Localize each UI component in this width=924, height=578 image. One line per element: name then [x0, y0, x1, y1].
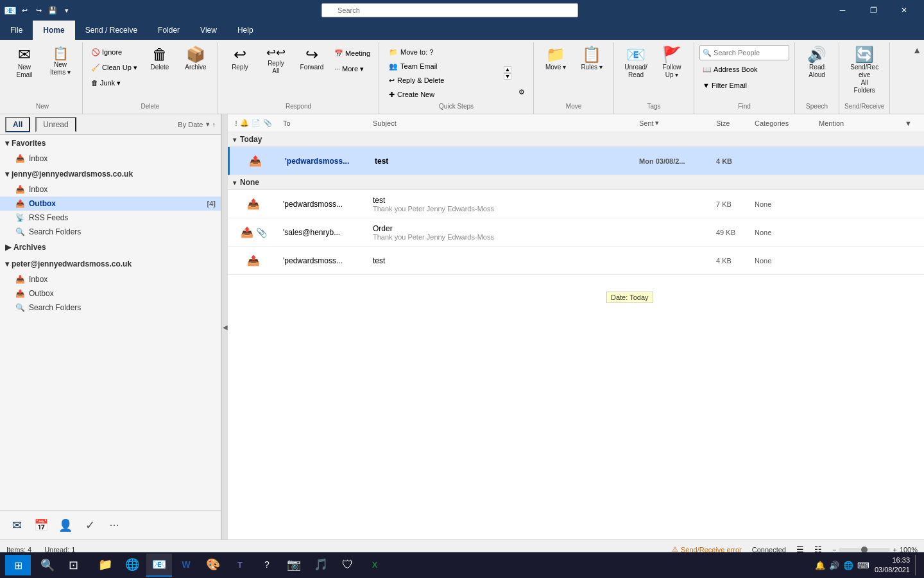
- folder-item-jenny-search[interactable]: 🔍 Search Folders: [0, 225, 221, 239]
- sort-control[interactable]: By Date ▾ ↑: [178, 120, 216, 128]
- email-row-1[interactable]: 📤 'pedwardsmoss... test Mon 03/08/2... 4…: [228, 147, 924, 175]
- archive-button[interactable]: 📦 Archive: [179, 44, 212, 89]
- qs-scroll-up[interactable]: ▲: [504, 66, 511, 73]
- header-size[interactable]: Size: [712, 119, 751, 127]
- quick-steps-settings-button[interactable]: ⚙: [515, 85, 528, 99]
- taskbar-network-icon[interactable]: 🌐: [843, 561, 853, 570]
- taskbar-app-unknown1[interactable]: ?: [254, 554, 280, 577]
- title-bar-search[interactable]: [321, 3, 578, 17]
- search-input[interactable]: [321, 3, 578, 17]
- taskbar-app-music[interactable]: 🎵: [308, 554, 334, 577]
- taskbar-notify-icon[interactable]: 🔔: [815, 561, 825, 570]
- group-none[interactable]: ▾ None: [228, 175, 924, 190]
- restore-button[interactable]: ❐: [859, 0, 888, 21]
- header-importance-icon[interactable]: !: [235, 119, 237, 127]
- header-flag[interactable]: ▼: [905, 119, 924, 127]
- ribbon-collapse-button[interactable]: ▲: [912, 45, 921, 55]
- new-email-button[interactable]: ✉ NewEmail: [8, 44, 41, 89]
- taskbar-app-teams[interactable]: T: [227, 554, 253, 577]
- header-to[interactable]: To: [279, 119, 369, 127]
- tab-view[interactable]: View: [190, 21, 227, 40]
- more-respond-button[interactable]: ··· More ▾: [331, 62, 373, 76]
- taskbar-keyboard-icon[interactable]: ⌨: [857, 561, 869, 570]
- taskbar-volume-icon[interactable]: 🔊: [829, 561, 839, 570]
- send-receive-all-button[interactable]: 🔄 Send/ReceiveAll Folders: [848, 44, 881, 98]
- search-people-input[interactable]: [714, 49, 786, 57]
- folder-item-jenny-rss[interactable]: 📡 RSS Feeds: [0, 211, 221, 225]
- taskbar-app-security[interactable]: 🛡: [335, 554, 361, 577]
- tab-send-receive[interactable]: Send / Receive: [75, 21, 148, 40]
- redo-icon[interactable]: ↪: [33, 5, 44, 15]
- folder-item-fav-inbox[interactable]: 📥 Inbox: [0, 152, 221, 166]
- start-button[interactable]: ⊞: [5, 555, 31, 575]
- folder-item-peter-inbox[interactable]: 📥 Inbox: [0, 272, 221, 286]
- taskbar-app-excel[interactable]: X: [362, 554, 388, 577]
- undo-icon[interactable]: ↩: [19, 5, 30, 15]
- unread-read-button[interactable]: 📧 Unread/Read: [619, 44, 653, 89]
- taskbar-app-word[interactable]: W: [173, 554, 199, 577]
- nav-mail-button[interactable]: ✉: [6, 515, 27, 536]
- nav-calendar-button[interactable]: 📅: [31, 515, 51, 536]
- reply-delete-button[interactable]: ↩ Reply & Delete: [384, 73, 500, 87]
- taskbar-app-photos[interactable]: 📷: [281, 554, 307, 577]
- reply-button[interactable]: ↩ Reply: [223, 44, 257, 89]
- read-aloud-button[interactable]: 🔊 ReadAloud: [800, 44, 834, 89]
- archives-section[interactable]: ▶ Archives: [0, 239, 221, 256]
- tab-file[interactable]: File: [0, 21, 33, 40]
- taskbar-app-fileexplorer[interactable]: 📁: [92, 554, 118, 577]
- tab-home[interactable]: Home: [33, 21, 74, 40]
- email-row-4[interactable]: 📤 'pedwardsmoss... test 4 KB None: [228, 247, 924, 275]
- folder-item-peter-outbox[interactable]: 📤 Outbox: [0, 286, 221, 301]
- email-row-2[interactable]: 📤 'pedwardsmoss... test Thank you Peter …: [228, 190, 924, 218]
- junk-button[interactable]: 🗑 Junk ▾: [88, 76, 141, 90]
- taskbar-task-view-icon[interactable]: ⊡: [62, 554, 85, 577]
- customize-icon[interactable]: ▾: [62, 5, 72, 15]
- tab-folder[interactable]: Folder: [148, 21, 190, 40]
- move-folder-button[interactable]: 📁 Move ▾: [539, 44, 572, 89]
- close-button[interactable]: ✕: [889, 0, 919, 21]
- meeting-button[interactable]: 📅 Meeting: [331, 46, 373, 60]
- jenny-account-header[interactable]: ▾ jenny@jennyedwardsmoss.co.uk: [0, 166, 221, 182]
- ignore-button[interactable]: 🚫 Ignore: [88, 45, 141, 59]
- header-subject[interactable]: Subject: [369, 119, 635, 127]
- pane-toggle[interactable]: ◀: [221, 114, 228, 539]
- taskbar-clock[interactable]: 16:33 03/08/2021: [875, 556, 910, 575]
- move-to-button[interactable]: 📁 Move to: ?: [384, 45, 500, 59]
- favorites-section[interactable]: ▾ Favorites: [0, 135, 221, 152]
- tab-all[interactable]: All: [5, 117, 30, 132]
- header-read-icon[interactable]: 📄: [252, 119, 261, 127]
- team-email-button[interactable]: 👥 Team Email: [384, 59, 500, 73]
- folder-item-peter-search[interactable]: 🔍 Search Folders: [0, 301, 221, 315]
- folder-item-jenny-inbox[interactable]: 📥 Inbox: [0, 182, 221, 197]
- header-mention[interactable]: Mention: [815, 119, 905, 127]
- create-new-button[interactable]: ✚ Create New: [384, 87, 500, 101]
- nav-more-button[interactable]: ···: [104, 515, 124, 536]
- group-today[interactable]: ▾ Today: [228, 132, 924, 147]
- header-attach-icon[interactable]: 📎: [263, 119, 272, 127]
- zoom-thumb[interactable]: [861, 547, 868, 553]
- reply-all-button[interactable]: ↩↩ ReplyAll: [259, 44, 293, 89]
- header-sent[interactable]: Sent ▾: [635, 119, 712, 127]
- peter-account-header[interactable]: ▾ peter@jennyedwardsmoss.co.uk: [0, 256, 221, 272]
- qs-scroll-down[interactable]: ▼: [504, 73, 511, 80]
- address-book-button[interactable]: 📖 Address Book: [699, 62, 789, 76]
- filter-email-button[interactable]: ▼ Filter Email: [699, 78, 789, 92]
- new-items-button[interactable]: 📋 NewItems ▾: [44, 44, 77, 89]
- delete-button[interactable]: 🗑 Delete: [143, 44, 176, 89]
- tab-unread[interactable]: Unread: [35, 117, 76, 132]
- forward-button[interactable]: ↪ Forward: [295, 44, 329, 89]
- taskbar-search-icon[interactable]: 🔍: [36, 554, 59, 577]
- follow-up-button[interactable]: 🚩 FollowUp ▾: [655, 44, 689, 89]
- minimize-button[interactable]: ─: [828, 0, 857, 21]
- header-categories[interactable]: Categories: [751, 119, 815, 127]
- rules-button[interactable]: 📋 Rules ▾: [575, 44, 608, 89]
- email-row-3[interactable]: 📤 📎 'sales@henryb... Order Thank you Pet…: [228, 218, 924, 247]
- save-icon[interactable]: 💾: [47, 5, 58, 15]
- taskbar-app-paint[interactable]: 🎨: [200, 554, 226, 577]
- taskbar-app-edge[interactable]: 🌐: [119, 554, 145, 577]
- taskbar-app-outlook[interactable]: 📧: [146, 554, 172, 577]
- folder-item-jenny-outbox[interactable]: 📤 Outbox [4]: [0, 197, 221, 211]
- clean-up-button[interactable]: 🧹 Clean Up ▾: [88, 60, 141, 74]
- nav-tasks-button[interactable]: ✓: [80, 515, 100, 536]
- nav-people-button[interactable]: 👤: [55, 515, 76, 536]
